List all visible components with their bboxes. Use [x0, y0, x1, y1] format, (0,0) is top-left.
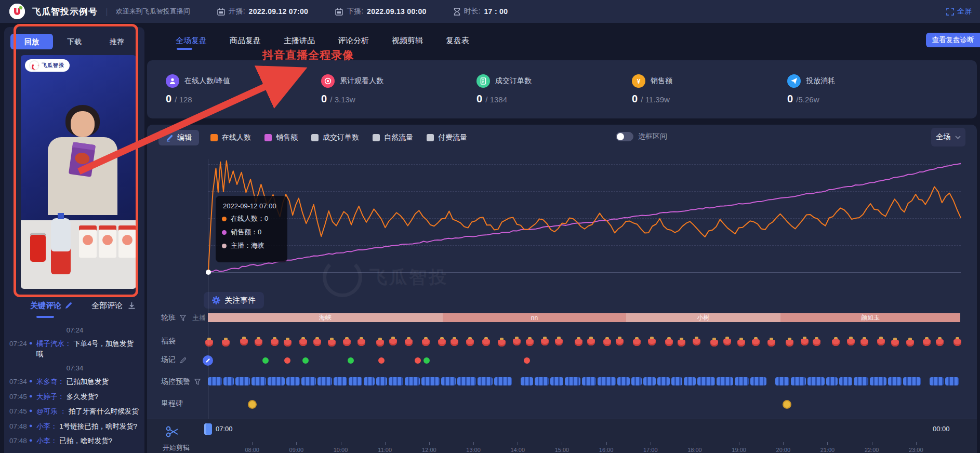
comment-username[interactable]: 橘子汽水：: [36, 340, 73, 348]
lucky-bag-icon[interactable]: [616, 337, 624, 345]
warning-segment[interactable]: [376, 377, 387, 385]
sidebar-tab-回放[interactable]: 回放: [10, 34, 53, 49]
edit-metrics-button[interactable]: 编辑: [158, 130, 199, 145]
lucky-bag-icon[interactable]: [482, 337, 490, 346]
warning-segment[interactable]: [251, 377, 266, 385]
lucky-bag-icon[interactable]: [313, 337, 321, 346]
lucky-bag-icon[interactable]: [737, 338, 745, 347]
range-select-toggle[interactable]: 选框区间: [616, 132, 667, 141]
fullscreen-button[interactable]: 全屏: [946, 0, 972, 23]
warning-segment[interactable]: [854, 377, 868, 385]
lucky-bag-icon[interactable]: [786, 338, 793, 347]
scene-note-dot[interactable]: [423, 357, 430, 364]
warning-segment[interactable]: [478, 377, 493, 385]
warning-segment[interactable]: [521, 377, 533, 385]
lucky-bag-icon[interactable]: [648, 337, 656, 345]
warning-segment[interactable]: [826, 377, 838, 385]
legend-在线人数[interactable]: 在线人数: [210, 133, 251, 142]
lucky-bag-icon[interactable]: [752, 337, 760, 346]
warning-segment[interactable]: [317, 377, 332, 385]
lucky-bag-icon[interactable]: [498, 338, 506, 347]
lucky-bag-icon[interactable]: [767, 338, 775, 347]
lucky-bag-icon[interactable]: [357, 337, 365, 346]
lucky-bag-icon[interactable]: [555, 337, 563, 345]
warning-segment[interactable]: [643, 377, 656, 385]
warning-segment[interactable]: [903, 377, 921, 385]
scene-note-dot[interactable]: [524, 357, 530, 364]
comment-row[interactable]: 07:45●大婷子： 多久发货?: [9, 392, 140, 402]
lucky-bag-icon[interactable]: [376, 338, 384, 347]
shift-segment-小树[interactable]: 小树: [626, 313, 780, 322]
warning-segment[interactable]: [870, 377, 886, 385]
warning-segment[interactable]: [945, 377, 959, 385]
warning-segment[interactable]: [657, 377, 670, 385]
warning-segment[interactable]: [684, 377, 696, 385]
warning-segment[interactable]: [617, 377, 630, 385]
lucky-bag-icon[interactable]: [710, 338, 718, 347]
comment-username[interactable]: @可乐 ：: [36, 407, 69, 415]
timeline-ruler[interactable]: 08:0009:0010:0011:0012:0013:0014:0015:00…: [208, 442, 960, 453]
legend-自然流量[interactable]: 自然流量: [373, 133, 413, 142]
warning-segment[interactable]: [223, 377, 234, 385]
timeline-slider-handle[interactable]: [204, 423, 212, 435]
lucky-bag-icon[interactable]: [860, 337, 868, 346]
scene-notes-timeline[interactable]: [208, 355, 960, 366]
legend-付费流量[interactable]: 付费流量: [427, 133, 467, 142]
warning-segment[interactable]: [301, 377, 316, 385]
lucky-bag-icon[interactable]: [906, 338, 914, 347]
scene-note-dot[interactable]: [262, 357, 269, 364]
warning-segment[interactable]: [598, 377, 616, 385]
warning-segment[interactable]: [208, 377, 222, 385]
warning-segment[interactable]: [421, 377, 440, 385]
scope-dropdown[interactable]: 全场: [931, 128, 965, 146]
toggle-off-icon[interactable]: [616, 132, 633, 141]
comment-row[interactable]: 07:48●小李： 1号链接已拍，啥时发货?: [9, 421, 140, 432]
warning-segment[interactable]: [697, 377, 715, 385]
warning-segment[interactable]: [405, 377, 420, 385]
trend-chart[interactable]: 飞瓜智投: [208, 159, 961, 273]
warning-segment[interactable]: [286, 377, 300, 385]
comment-username[interactable]: 大婷子：: [36, 393, 67, 401]
comment-username[interactable]: 小李：: [36, 437, 59, 445]
lucky-bag-icon[interactable]: [587, 337, 595, 345]
comment-row[interactable]: 07:34●米多奇： 已拍加急发货: [9, 377, 140, 387]
milestone-timeline[interactable]: [208, 400, 960, 409]
warning-segment[interactable]: [235, 377, 250, 385]
lucky-bag-icon[interactable]: [466, 337, 474, 346]
lucky-bag-icon[interactable]: [284, 338, 292, 347]
warning-segment[interactable]: [930, 377, 944, 385]
lucky-bag-icon[interactable]: [891, 338, 899, 347]
warning-segment[interactable]: [494, 377, 512, 385]
warning-segment[interactable]: [888, 377, 902, 385]
comment-row[interactable]: 07:45●@可乐 ： 拍了牙膏什么时候发货: [9, 406, 140, 417]
warning-segment[interactable]: [457, 377, 476, 385]
lucky-bag-icon[interactable]: [847, 337, 855, 345]
scene-note-dot[interactable]: [284, 357, 290, 364]
tab-all-comments[interactable]: 全部评论: [91, 301, 136, 311]
shift-segment-nn[interactable]: nn: [443, 313, 626, 322]
warning-segment[interactable]: [631, 377, 642, 385]
shift-timeline[interactable]: 海峡nn小树颜如玉: [208, 313, 960, 322]
lucky-bag-icon[interactable]: [422, 337, 430, 346]
comment-username[interactable]: 米多奇：: [36, 378, 67, 385]
lucky-bag-icon[interactable]: [343, 337, 351, 346]
lucky-bag-icon[interactable]: [923, 337, 931, 346]
lucky-bag-icon[interactable]: [513, 337, 521, 345]
scene-note-dot[interactable]: [348, 357, 354, 364]
lucky-bag-icon[interactable]: [575, 337, 582, 346]
lucky-bag-icon[interactable]: [389, 337, 397, 345]
lucky-bag-icon[interactable]: [603, 337, 611, 346]
control-warning-timeline[interactable]: [208, 377, 960, 385]
lucky-bag-icon[interactable]: [405, 337, 413, 346]
lucky-bag-icon[interactable]: [832, 337, 840, 346]
lucky-bag-icon[interactable]: [801, 337, 809, 345]
main-tab-商品复盘[interactable]: 商品复盘: [230, 30, 261, 51]
warning-segment[interactable]: [364, 377, 375, 385]
lucky-bag-icon[interactable]: [541, 337, 549, 345]
warning-segment[interactable]: [565, 377, 580, 385]
main-tab-全场复盘[interactable]: 全场复盘: [176, 30, 207, 51]
view-diagnosis-button[interactable]: 查看复盘诊断: [926, 33, 980, 47]
lucky-bag-icon[interactable]: [813, 337, 820, 346]
lucky-bag-icon[interactable]: [222, 338, 230, 347]
lucky-bag-icon[interactable]: [299, 337, 307, 346]
